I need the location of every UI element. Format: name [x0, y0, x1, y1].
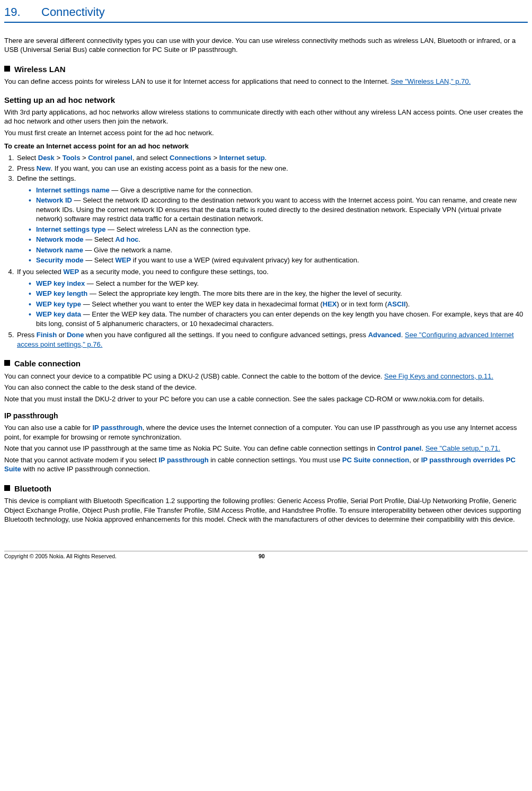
heading-text: Bluetooth — [14, 484, 51, 493]
setting-label: Network name — [36, 246, 83, 254]
list-item: Internet settings type — Select wireless… — [29, 225, 528, 234]
list-item: WEP key index — Select a number for the … — [29, 279, 528, 288]
list-item: Network mode — Select Ad hoc. — [29, 235, 528, 244]
setting-value: ASCII — [387, 300, 406, 308]
wlan-p1: You can define access points for wireles… — [4, 77, 528, 86]
list-item: WEP key length — Select the appropriate … — [29, 289, 528, 298]
list-item: WEP key type — Select whether you want t… — [29, 300, 528, 309]
ipp-p1: You can also use a cable for IP passthro… — [4, 423, 528, 442]
list-item: Security mode — Select WEP if you want t… — [29, 256, 528, 265]
settings-list-1: Internet settings name — Give a descript… — [17, 186, 528, 265]
ui-control-panel: Control panel — [377, 444, 422, 452]
ui-tools: Tools — [63, 154, 81, 162]
step-3: Define the settings. Internet settings n… — [16, 174, 528, 265]
page-number: 90 — [259, 552, 265, 560]
setting-label: WEP key data — [36, 310, 81, 318]
link-cable-setup[interactable]: See "Cable setup," p.71. — [425, 444, 501, 452]
subheading-adhoc: Setting up an ad hoc network — [4, 95, 528, 106]
step-1: Select Desk > Tools > Control panel, and… — [16, 153, 528, 163]
setting-label: Internet settings type — [36, 225, 105, 233]
section-heading-cable: Cable connection — [4, 358, 528, 369]
setting-label: Network ID — [36, 196, 72, 204]
setting-label: WEP key type — [36, 300, 81, 308]
step-4: If you selected WEP as a security mode, … — [16, 267, 528, 328]
section-bullet-icon — [4, 485, 10, 491]
section-bullet-icon — [4, 66, 10, 72]
cable-p1: You can connect your device to a compati… — [4, 372, 528, 381]
section-heading-wlan: Wireless LAN — [4, 64, 528, 75]
ui-control-panel: Control panel — [88, 154, 132, 162]
ui-internet-setup: Internet setup — [219, 154, 265, 162]
setting-value: WEP — [116, 256, 131, 264]
adhoc-steps: Select Desk > Tools > Control panel, and… — [4, 153, 528, 349]
step-2: Press New. If you want, you can use an e… — [16, 164, 528, 173]
procedure-title: To create an Internet access point for a… — [4, 142, 528, 151]
copyright-text: Copyright © 2005 Nokia. All Rights Reser… — [4, 552, 206, 560]
ui-connections: Connections — [170, 154, 211, 162]
setting-label: Network mode — [36, 235, 84, 243]
ui-done: Done — [67, 331, 84, 339]
ui-finish: Finish — [37, 331, 57, 339]
page-footer: Copyright © 2005 Nokia. All Rights Reser… — [4, 551, 528, 560]
intro-paragraph: There are several different connectivity… — [4, 36, 528, 55]
list-item: WEP key data — Enter the WEP key data. T… — [29, 310, 528, 328]
setting-label: WEP key length — [36, 289, 87, 297]
chapter-number: 19. — [4, 4, 41, 20]
section-bullet-icon — [4, 360, 10, 366]
ui-advanced: Advanced — [368, 331, 401, 339]
ipp-p2: Note that you cannot use IP passthrough … — [4, 444, 528, 453]
ui-desk: Desk — [38, 154, 55, 162]
ui-pc-suite-connection: PC Suite connection — [342, 456, 409, 464]
adhoc-p2: You must first create an Internet access… — [4, 128, 528, 138]
setting-label: Security mode — [36, 256, 84, 264]
ui-ip-passthrough: IP passthrough — [92, 424, 142, 432]
adhoc-p1: With 3rd party applications, ad hoc netw… — [4, 108, 528, 126]
bluetooth-p1: This device is compliant with Bluetooth … — [4, 496, 528, 524]
heading-text: Wireless LAN — [14, 65, 66, 74]
ui-new: New — [37, 164, 51, 172]
chapter-header: 19. Connectivity — [4, 4, 528, 23]
heading-text: Cable connection — [14, 359, 81, 368]
cable-p2: You can also connect the cable to the de… — [4, 383, 528, 392]
setting-value: HEX — [323, 300, 337, 308]
link-fig-keys[interactable]: See Fig Keys and connectors, p.11. — [384, 372, 493, 380]
setting-value: WEP — [63, 268, 79, 276]
setting-value: Ad hoc — [116, 235, 139, 243]
list-item: Network ID — Select the network ID accor… — [29, 196, 528, 224]
subheading-ipp: IP passthrough — [4, 411, 528, 421]
chapter-title: Connectivity — [41, 4, 528, 20]
link-see-wlan[interactable]: See "Wireless LAN," p.70. — [391, 77, 471, 85]
section-heading-bluetooth: Bluetooth — [4, 484, 528, 494]
settings-list-2: WEP key index — Select a number for the … — [17, 279, 528, 329]
list-item: Internet settings name — Give a descript… — [29, 186, 528, 195]
setting-label: WEP key index — [36, 279, 85, 287]
setting-label: Internet settings name — [36, 186, 110, 194]
cable-p3: Note that you must install the DKU-2 dri… — [4, 394, 528, 404]
ipp-p3: Note that you cannot activate modem if y… — [4, 455, 528, 474]
step-5: Press Finish or Done when you have confi… — [16, 330, 528, 349]
ui-ip-passthrough: IP passthrough — [158, 456, 208, 464]
text: You can define access points for wireles… — [4, 77, 389, 85]
list-item: Network name — Give the network a name. — [29, 245, 528, 255]
